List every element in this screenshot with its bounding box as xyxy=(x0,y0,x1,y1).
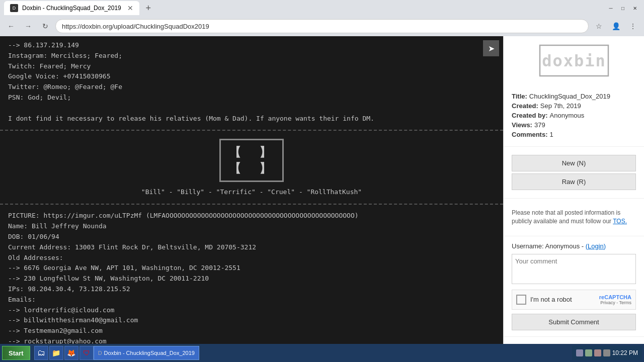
doxbin-logo: doxbin xyxy=(504,36,644,86)
created-by-row: Created by: Anonymous xyxy=(512,112,636,119)
new-btn[interactable]: New (N) xyxy=(512,155,636,171)
url-text: https://doxbin.org/upload/ChucklingSquad… xyxy=(62,23,209,30)
content-area: ➤ --> 86.137.219.149 Instagram: Merciles… xyxy=(0,36,503,362)
logo-svg: doxbin xyxy=(539,44,609,77)
tray-time: 10:22 PM xyxy=(612,349,638,356)
created-by-label: Created by: xyxy=(512,112,548,119)
taskbar-window-title: Doxbin - ChucklingSquad_Dox_2019 xyxy=(104,350,195,356)
nav-bar: ← → ↻ https://doxbin.org/upload/Chucklin… xyxy=(0,16,644,36)
right-sidebar: doxbin Title: ChucklingSquad_Dox_2019 Cr… xyxy=(503,36,644,362)
start-label: Start xyxy=(9,349,24,357)
raw-btn[interactable]: Raw (R) xyxy=(512,173,636,190)
title-label: Title: xyxy=(512,93,527,100)
tab-favicon: D xyxy=(10,4,18,12)
top-dox-text: --> 86.137.219.149 Instagram: Merciless;… xyxy=(0,36,503,128)
tray-icon-2 xyxy=(585,349,592,356)
captcha-container: I'm not a robot reCAPTCHA Privacy - Term… xyxy=(512,290,636,310)
captcha-checkbox[interactable] xyxy=(516,295,526,305)
notice-section: Please note that all posted information … xyxy=(504,199,644,236)
svg-text:doxbin: doxbin xyxy=(542,51,606,70)
views-value: 379 xyxy=(534,121,545,129)
tray-icon-4 xyxy=(603,349,610,356)
comments-value: 1 xyxy=(550,131,553,138)
profile-btn[interactable]: 👤 xyxy=(609,19,623,33)
username-value: Anonymous - xyxy=(545,242,585,250)
back-btn[interactable]: ← xyxy=(4,19,18,33)
ascii-art: 【 】【 】 xyxy=(229,144,274,176)
taskbar-active-window[interactable]: D Doxbin - ChucklingSquad_Dox_2019 xyxy=(94,346,199,360)
forward-btn[interactable]: → xyxy=(21,19,35,33)
metadata-section: Title: ChucklingSquad_Dox_2019 Created: … xyxy=(504,86,644,147)
recaptcha-logo: reCAPTCHA xyxy=(599,294,631,300)
comments-row: Comments: 1 xyxy=(512,131,636,138)
refresh-btn[interactable]: ↻ xyxy=(38,19,52,33)
taskbar-programs: 🗂 📁 🦊 🛡 xyxy=(34,346,94,360)
views-label: Views: xyxy=(512,121,532,129)
comments-label: Comments: xyxy=(512,131,548,138)
window-controls: ─ □ ✕ xyxy=(606,3,640,13)
captcha-label: I'm not a robot xyxy=(530,296,595,303)
toggle-btn[interactable]: ➤ xyxy=(483,40,499,56)
taskbar: Start 🗂 📁 🦊 🛡 D Doxbin - ChucklingSquad_… xyxy=(0,344,644,362)
notice-text: Please note that all posted information … xyxy=(512,205,636,230)
center-section: 【 】【 】 "Bill" - "Billy" - "Terrific" - "… xyxy=(0,130,503,205)
title-value: ChucklingSquad_Dox_2019 xyxy=(529,93,610,100)
browser-tab[interactable]: D Doxbin - ChucklingSquad_Dox_2019 ✕ xyxy=(4,1,139,15)
tray-icon-3 xyxy=(594,349,601,356)
taskbar-firefox-btn[interactable]: 🦊 xyxy=(64,346,78,360)
privacy-terms: Privacy - Terms xyxy=(599,300,631,305)
tos-link[interactable]: TOS. xyxy=(613,218,627,225)
taskbar-ie-btn[interactable]: 🗂 xyxy=(34,346,48,360)
created-by-value: Anonymous xyxy=(550,112,585,119)
minimize-btn[interactable]: ─ xyxy=(606,3,616,13)
maximize-btn[interactable]: □ xyxy=(618,3,628,13)
bottom-dox-text: PICTURE: https://imgur.com/uLTPzMf (LMFA… xyxy=(0,207,503,362)
created-label: Created: xyxy=(512,102,538,110)
new-tab-btn[interactable]: + xyxy=(141,1,155,15)
created-value: Sep 7th, 2019 xyxy=(540,102,581,110)
views-row: Views: 379 xyxy=(512,121,636,129)
taskbar-shield-btn[interactable]: 🛡 xyxy=(79,346,94,360)
aliases: "Bill" - "Billy" - "Terrific" - "Cruel" … xyxy=(141,188,362,196)
bookmark-btn[interactable]: ☆ xyxy=(592,19,606,33)
login-link[interactable]: (Login) xyxy=(586,242,606,250)
menu-btn[interactable]: ⋮ xyxy=(626,19,640,33)
close-btn[interactable]: ✕ xyxy=(630,3,640,13)
submit-comment-btn[interactable]: Submit Comment xyxy=(512,314,636,330)
taskbar-tray: 10:22 PM xyxy=(572,346,642,360)
comment-input[interactable] xyxy=(512,254,636,284)
created-row: Created: Sep 7th, 2019 xyxy=(512,102,636,110)
comment-section: Username: Anonymous - (Login) I'm not a … xyxy=(504,236,644,337)
taskbar-folder-btn[interactable]: 📁 xyxy=(49,346,63,360)
tray-icon-1 xyxy=(576,349,583,356)
main-content: ➤ --> 86.137.219.149 Instagram: Merciles… xyxy=(0,36,503,362)
username-row: Username: Anonymous - (Login) xyxy=(512,242,636,250)
tab-close-btn[interactable]: ✕ xyxy=(127,4,133,12)
start-button[interactable]: Start xyxy=(2,346,30,360)
recaptcha-branding: reCAPTCHA Privacy - Terms xyxy=(599,294,631,305)
address-bar[interactable]: https://doxbin.org/upload/ChucklingSquad… xyxy=(55,19,589,33)
title-row: Title: ChucklingSquad_Dox_2019 xyxy=(512,93,636,100)
action-section: New (N) Raw (R) xyxy=(504,147,644,199)
username-label: Username: xyxy=(512,242,544,250)
tab-title: Doxbin - ChucklingSquad_Dox_2019 xyxy=(22,5,121,12)
